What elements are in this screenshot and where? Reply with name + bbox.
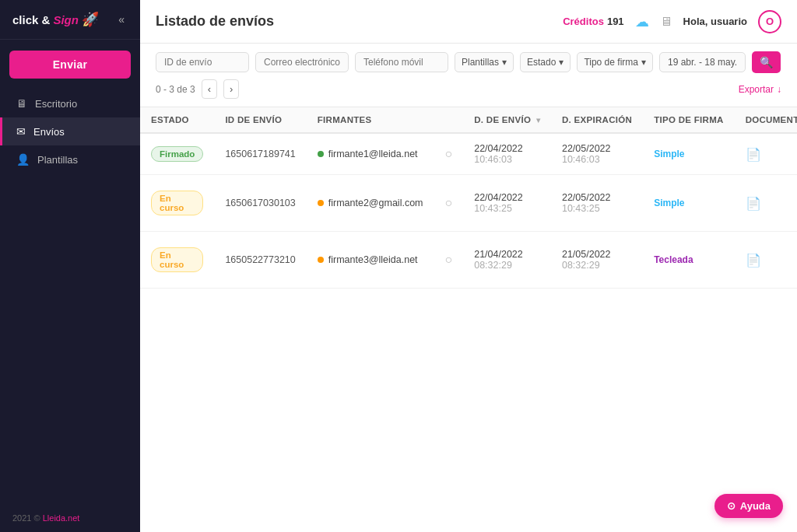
cell-estado: Firmado [140, 133, 214, 175]
pagination-prev-button[interactable]: ‹ [202, 79, 217, 99]
document-icon[interactable]: 📄 [746, 197, 761, 210]
footer-year: 2021 © [12, 513, 40, 523]
circle-icon: ○ [445, 147, 453, 160]
estado-chevron-icon: ▾ [559, 57, 564, 68]
cell-d-envio: 21/04/202208:32:29 [463, 232, 551, 289]
cell-id-envio: 1650522773210 [214, 232, 306, 289]
footer-link[interactable]: Lleida.net [43, 513, 80, 523]
cell-firmante-circle: ○ [434, 133, 464, 175]
monitor-icon: 🖥 [660, 15, 672, 29]
document-icon[interactable]: 📄 [746, 148, 761, 161]
sidebar-item-plantillas[interactable]: 👤 Plantillas [0, 145, 140, 173]
status-badge: En curso [151, 191, 203, 215]
table-header-row: ESTADO ID DE ENVÍO FIRMANTES D. DE ENVÍO… [140, 107, 797, 133]
sidebar-item-plantillas-label: Plantillas [37, 154, 78, 166]
table-container: ESTADO ID DE ENVÍO FIRMANTES D. DE ENVÍO… [140, 107, 797, 532]
firma-type-label: Tecleada [654, 254, 693, 265]
cell-firmante: firmante1@lleida.net [307, 133, 434, 175]
credits-label: Créditos [563, 16, 604, 27]
cell-documentos[interactable]: 📄 [735, 175, 797, 232]
sidebar-item-envios[interactable]: ✉ Envíos [0, 117, 140, 145]
export-button[interactable]: Exportar ↓ [739, 84, 781, 95]
pagination-next-button[interactable]: › [223, 79, 239, 99]
document-icon[interactable]: 📄 [746, 254, 761, 267]
circle-icon: ○ [445, 196, 453, 209]
tipo-firma-chevron-icon: ▾ [641, 57, 646, 68]
user-greeting: Hola, usuario [683, 16, 747, 27]
col-documentos: DOCUMENTOS [735, 107, 797, 133]
signer-dot-icon [318, 200, 324, 206]
cell-id-envio: 1650617030103 [214, 175, 306, 232]
app-logo: click & Sign 🚀 [12, 11, 99, 28]
col-estado: ESTADO [140, 107, 214, 133]
templates-icon: 👤 [16, 153, 30, 166]
topbar: Listado de envíos Créditos 191 ☁ 🖥 Hola,… [140, 0, 797, 44]
search-icon: 🔍 [760, 56, 773, 68]
firmante-email: firmante2@gmail.com [328, 198, 423, 208]
plantillas-label: Plantillas [462, 57, 499, 68]
help-button[interactable]: ⊙ Ayuda [714, 494, 783, 518]
sort-d-envio-icon: ▾ [536, 116, 540, 124]
table-row: En curso 1650617030103 firmante2@gmail.c… [140, 175, 797, 232]
cell-tipo-firma: Simple [643, 175, 735, 232]
firma-type-label: Simple [654, 198, 684, 208]
tipo-firma-select[interactable]: Tipo de firma ▾ [577, 52, 653, 72]
topbar-right: Créditos 191 ☁ 🖥 Hola, usuario O [563, 10, 781, 33]
send-button[interactable]: Enviar [9, 51, 131, 79]
cell-d-envio: 22/04/202210:46:03 [463, 133, 551, 175]
export-icon: ↓ [777, 84, 781, 95]
logo-text-click: click & [12, 13, 50, 26]
logo-text-sign: Sign [53, 13, 79, 26]
user-avatar-button[interactable]: O [758, 10, 781, 33]
sidebar-item-envios-label: Envíos [33, 126, 65, 138]
cell-firmante-circle: ○ [434, 232, 464, 289]
cell-id-envio: 1650617189741 [214, 133, 306, 175]
cell-firmante-circle: ○ [434, 175, 464, 232]
cell-d-envio: 22/04/202210:43:25 [463, 175, 551, 232]
date-range[interactable]: 19 abr. - 18 may. [659, 52, 746, 72]
cell-documentos[interactable]: 📄 [735, 232, 797, 289]
sidebar-item-escritorio[interactable]: 🖥 Escritorio [0, 89, 140, 117]
estado-select[interactable]: Estado ▾ [520, 52, 571, 72]
email-input[interactable] [255, 52, 349, 72]
sidebar-footer: 2021 © Lleida.net [0, 504, 140, 532]
signer-dot-icon [318, 257, 324, 263]
help-circle-icon: ⊙ [727, 500, 736, 512]
firmante-email: firmante1@lleida.net [328, 149, 418, 159]
greeting-text: Hola, [683, 16, 708, 27]
sidebar-logo-area: click & Sign 🚀 « [0, 0, 140, 40]
table-row: Firmado 1650617189741 firmante1@lleida.n… [140, 133, 797, 175]
envios-table: ESTADO ID DE ENVÍO FIRMANTES D. DE ENVÍO… [140, 107, 797, 289]
rocket-icon: 🚀 [82, 11, 99, 28]
col-firmantes-extra [434, 107, 464, 133]
credits-badge: Créditos 191 [563, 16, 623, 27]
col-id-envio: ID DE ENVÍO [214, 107, 306, 133]
id-envio-input[interactable] [156, 52, 249, 72]
signer-dot-icon [318, 151, 324, 157]
estado-label: Estado [527, 57, 556, 68]
cloud-icon: ☁ [635, 13, 649, 30]
main-content: Listado de envíos Créditos 191 ☁ 🖥 Hola,… [140, 0, 797, 532]
mail-icon: ✉ [16, 125, 26, 138]
col-d-envio: D. DE ENVÍO ▾ [463, 107, 551, 133]
username-text: usuario [711, 16, 747, 27]
help-label: Ayuda [740, 500, 771, 512]
sidebar-collapse-button[interactable]: « [115, 12, 128, 27]
firmante-email: firmante3@lleida.net [328, 254, 418, 265]
cell-d-expiracion: 21/05/202208:32:29 [551, 232, 643, 289]
plantillas-select[interactable]: Plantillas ▾ [455, 52, 514, 72]
credits-value: 191 [607, 16, 624, 27]
status-badge: En curso [151, 247, 203, 272]
col-firmantes: FIRMANTES [307, 107, 434, 133]
search-button[interactable]: 🔍 [752, 51, 781, 73]
sidebar-nav: 🖥 Escritorio ✉ Envíos 👤 Plantillas [0, 89, 140, 173]
cell-d-expiracion: 22/05/202210:43:25 [551, 175, 643, 232]
cell-estado: En curso [140, 232, 214, 289]
desktop-icon: 🖥 [16, 97, 27, 110]
sidebar: click & Sign 🚀 « Enviar 🖥 Escritorio ✉ E… [0, 0, 140, 532]
cell-firmante: firmante3@lleida.net [307, 232, 434, 289]
phone-input[interactable] [355, 52, 448, 72]
circle-icon: ○ [445, 253, 453, 266]
col-d-expiracion: D. EXPIRACIÓN [551, 107, 643, 133]
cell-documentos[interactable]: 📄 [735, 133, 797, 175]
